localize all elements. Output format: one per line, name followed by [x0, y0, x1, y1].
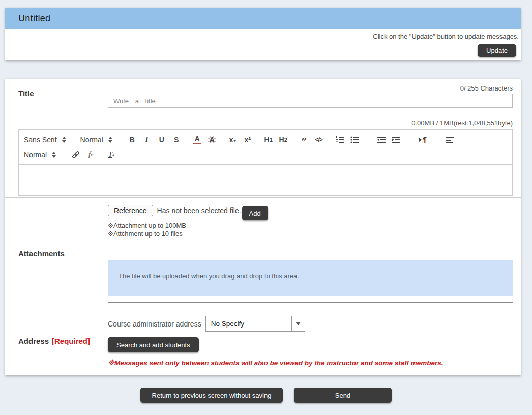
no-file-text: Has not been selected file. [157, 205, 241, 215]
attachments-label-col: Attachments [5, 249, 108, 258]
toolbar-row-2: Normal fx Tx [24, 147, 507, 162]
bold-button[interactable]: B [127, 134, 138, 146]
capacity-counter: 0.00MB / 1MB(rest:1,048,551byte) [18, 114, 513, 129]
indent-button[interactable] [391, 134, 402, 146]
address-content: Course administrator address No Specify … [108, 316, 513, 367]
file-dropzone[interactable]: The file will be uploaded when you drag … [108, 260, 513, 296]
text-color-button[interactable]: A [192, 134, 203, 146]
title-label-col: Title [5, 89, 108, 98]
address-label-col: Address[Required] [5, 337, 108, 346]
strikethrough-button[interactable]: S [171, 134, 182, 146]
align-left-icon [446, 135, 455, 144]
dropzone-underline [108, 302, 513, 303]
superscript-button[interactable]: x² [242, 134, 253, 146]
file-select-row: Reference Has not been selected file. Ad… [108, 205, 513, 220]
outdent-button[interactable] [376, 134, 387, 146]
picker-arrows-icon [108, 137, 112, 143]
add-attachment-button[interactable]: Add [242, 206, 268, 220]
select-arrow-cell[interactable] [291, 316, 305, 331]
return-without-saving-button[interactable]: Return to previous screen without saving [140, 388, 283, 403]
chevron-down-icon [295, 322, 301, 325]
attachment-notes: ※Attachment up to 100MB ※Attchment up to… [108, 222, 513, 238]
editor-toolbar: Sans Serif Normal B I U S A [19, 130, 512, 165]
update-button-row: Update [5, 40, 521, 57]
address-section: Address[Required] Course administrator a… [5, 309, 521, 375]
italic-button[interactable]: I [141, 134, 153, 146]
attachment-size-note: ※Attachment up to 100MB [108, 222, 513, 230]
highlight-color-button[interactable]: A [206, 134, 218, 146]
bullet-list-icon [350, 135, 359, 144]
heading2-button[interactable]: H2 [278, 134, 289, 146]
title-char-counter: 0/ 255 Characters [108, 79, 513, 94]
course-admin-label: Course administrator address [108, 320, 201, 328]
title-label: Title [18, 89, 34, 98]
formula-button[interactable]: fx [85, 149, 96, 161]
direction-arrow-icon [419, 138, 422, 142]
ordered-list-button[interactable] [334, 134, 345, 146]
picker-arrows-icon [62, 137, 66, 143]
message-compose-page: { "header": { "title": "Untitled", "hint… [0, 0, 532, 415]
address-label: Address [18, 337, 49, 345]
clear-format-button[interactable]: Tx [106, 149, 117, 161]
course-admin-select[interactable]: No Specify [205, 316, 305, 332]
indent-icon [391, 135, 401, 144]
dropzone-text: The file will be uploaded when you drag … [119, 272, 299, 280]
title-section: Title 0/ 255 Characters [5, 79, 521, 114]
heading-picker[interactable]: Normal [80, 136, 112, 144]
toolbar-row-1: Sans Serif Normal B I U S A [24, 132, 507, 147]
blockquote-button[interactable]: ” [299, 134, 310, 146]
search-add-students-button[interactable]: Search and add students [108, 337, 199, 352]
footer-actions: Return to previous screen without saving… [0, 388, 532, 403]
highlight-icon: A [208, 136, 216, 143]
size-picker[interactable]: Normal [24, 151, 56, 159]
attachments-label: Attachments [18, 249, 65, 258]
link-icon [71, 150, 80, 159]
editor-content-area[interactable] [19, 165, 512, 195]
code-block-button[interactable]: </> [313, 134, 324, 146]
update-panel: Untitled Click on the "Update" button to… [5, 8, 521, 60]
bullet-list-button[interactable] [349, 134, 360, 146]
attachments-section: Attachments Reference Has not been selec… [5, 198, 521, 309]
color-swatch-icon [193, 143, 201, 144]
outdent-icon [376, 135, 386, 144]
font-picker[interactable]: Sans Serif [24, 136, 66, 144]
body-editor-section: 0.00MB / 1MB(rest:1,048,551byte) Sans Se… [5, 114, 521, 198]
update-hint-text: Click on the "Update" button to update m… [5, 29, 521, 40]
required-badge: [Required] [52, 337, 90, 345]
ordered-list-icon [335, 135, 344, 144]
course-admin-select-value: No Specify [206, 316, 291, 331]
text-direction-button[interactable]: ¶ [418, 134, 429, 146]
pilcrow-icon: ¶ [423, 136, 427, 144]
message-title: Untitled [18, 13, 50, 24]
heading1-button[interactable]: H1 [263, 134, 274, 146]
course-admin-row: Course administrator address No Specify [108, 316, 513, 332]
align-button[interactable] [445, 134, 456, 146]
subscript-button[interactable]: x₂ [227, 134, 239, 146]
student-message-warning: ※Messages sent only between students wil… [108, 359, 513, 367]
link-button[interactable] [70, 149, 81, 161]
underline-button[interactable]: U [156, 134, 167, 146]
attachments-content: Reference Has not been selected file. Ad… [108, 205, 513, 303]
message-title-bar: Untitled [5, 8, 521, 29]
compose-form-panel: Title 0/ 255 Characters 0.00MB / 1MB(res… [5, 79, 521, 375]
title-input[interactable] [108, 94, 513, 108]
send-button[interactable]: Send [294, 388, 392, 403]
title-field-col: 0/ 255 Characters [108, 79, 513, 108]
picker-arrows-icon [52, 152, 56, 158]
update-button[interactable]: Update [478, 44, 516, 57]
attachment-count-note: ※Attchment up to 10 files [108, 230, 513, 238]
reference-file-button[interactable]: Reference [108, 205, 153, 216]
rich-text-editor: Sans Serif Normal B I U S A [18, 129, 513, 196]
